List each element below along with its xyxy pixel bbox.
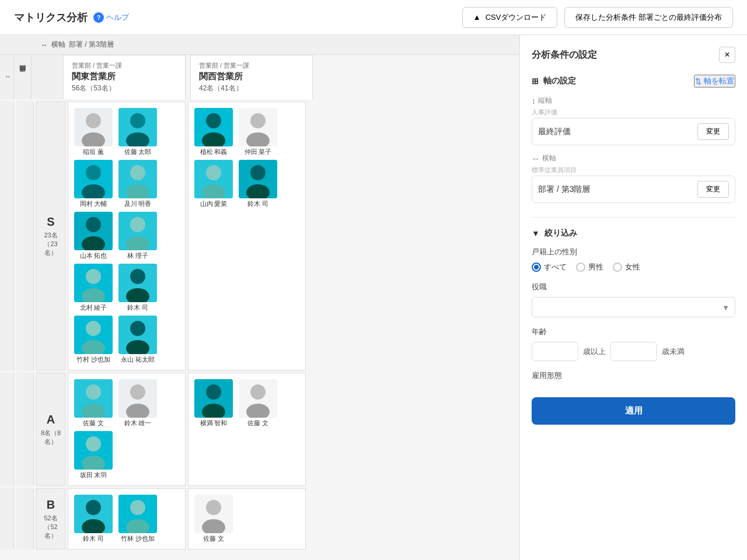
gender-filter-group: 戸籍上の性別 すべて 男性 女性 — [532, 247, 735, 272]
grid-row-b: B 52名（52名） 鈴木 司 竹林 沙也加 — [0, 488, 519, 550]
person-card[interactable]: 鈴木 雄一 — [117, 379, 158, 428]
position-label: 役職 — [532, 282, 735, 292]
svg-point-7 — [86, 165, 101, 180]
person-card[interactable]: 稲垣 薫 — [73, 108, 114, 156]
svg-point-58 — [86, 500, 101, 515]
right-panel: 分析条件の設定 × ⊞ 軸の設定 ⇅ 軸を転置 ↕ 縦軸 — [519, 35, 747, 560]
age-row: 歳以上 歳未満 — [532, 342, 735, 361]
y-axis-sub-label: 人事評価 — [532, 108, 735, 117]
age-min-unit: 歳以上 — [583, 346, 606, 357]
person-card[interactable]: 植松 和義 — [193, 108, 234, 156]
age-min-input[interactable] — [532, 342, 578, 361]
person-card[interactable]: 坂田 末羽 — [73, 431, 114, 480]
svg-point-25 — [86, 321, 101, 336]
svg-point-64 — [206, 500, 221, 515]
avatar — [74, 379, 113, 418]
radio-female[interactable]: 女性 — [613, 262, 640, 272]
svg-point-16 — [130, 217, 145, 232]
cell-a-0[interactable]: 佐藤 文 鈴木 雄一 坂田 末羽 — [68, 373, 186, 486]
person-card[interactable]: 横満 智和 — [193, 379, 234, 428]
y-axis-block: ↕ 縦軸 人事評価 最終評価 変更 — [532, 96, 735, 145]
svg-point-13 — [86, 217, 101, 232]
grid-row-s: S 23名（23名） 稲垣 薫 — [0, 102, 519, 370]
y-axis-change-button[interactable]: 変更 — [697, 123, 729, 140]
person-card[interactable]: 仲田 菜子 — [238, 108, 278, 156]
close-panel-button[interactable]: × — [719, 47, 735, 63]
axis-rotate-button[interactable]: ⇅ 軸を転置 — [694, 75, 735, 88]
person-card[interactable]: 佐藤 文 — [73, 379, 114, 428]
svg-point-10 — [130, 165, 145, 180]
matrix-area[interactable]: ↔ 横軸 部署 / 第3階層 ↕ 縦軸最終評価 営業部 / 営業一課 関東営業所… — [0, 35, 519, 560]
age-max-input[interactable] — [610, 342, 657, 361]
x-axis-label: 横軸 — [51, 40, 65, 50]
person-card[interactable]: 竹村 沙也加 — [73, 316, 114, 364]
person-card[interactable]: 山本 拓也 — [73, 212, 114, 260]
svg-point-4 — [130, 113, 145, 128]
person-card[interactable]: 北村 綾子 — [73, 264, 114, 312]
filter-icon: ▼ — [532, 229, 540, 238]
cell-s-0[interactable]: 稲垣 薫 佐藤 太郎 岡村 大輔 — [68, 102, 186, 370]
dept-count-0: 56名（53名） — [72, 83, 177, 93]
x-axis-value: 部署 / 第3階層 — [538, 184, 590, 195]
person-card[interactable]: 鈴木 司 — [117, 264, 158, 312]
avatar — [194, 379, 233, 418]
grid-body: S 23名（23名） 稲垣 薫 — [0, 99, 519, 552]
csv-download-button[interactable]: ▲ CSVダウンロード — [462, 7, 558, 28]
col-headers: 営業部 / 営業一課 関東営業所 56名（53名） 営業部 / 営業一課 関西営… — [63, 55, 315, 99]
col-header-0: 営業部 / 営業一課 関東営業所 56名（53名） — [63, 55, 186, 99]
employment-label: 雇用形態 — [532, 370, 735, 381]
dept-name-0: 関東営業所 — [72, 71, 177, 82]
x-axis-change-button[interactable]: 変更 — [697, 181, 729, 198]
cell-b-0[interactable]: 鈴木 司 竹林 沙也加 — [68, 488, 186, 550]
avatar — [74, 212, 113, 250]
cell-b-1[interactable]: 佐藤 文 — [188, 488, 306, 550]
radio-circle-male — [576, 262, 585, 272]
saved-conditions-button[interactable]: 保存した分析条件 部署ごとの最終評価分布 — [564, 7, 733, 28]
person-card[interactable]: 林 理子 — [117, 212, 158, 260]
x-axis-value-header: 部署 / 第3階層 — [69, 40, 114, 50]
person-card[interactable]: 佐藤 文 — [193, 495, 234, 543]
person-card[interactable]: 永山 祐太郎 — [117, 316, 158, 364]
avatar — [118, 316, 157, 354]
person-card[interactable]: 佐藤 文 — [238, 379, 278, 428]
cell-s-1[interactable]: 植松 和義 仲田 菜子 山内 愛菜 — [188, 102, 306, 370]
person-card[interactable]: 山内 愛菜 — [193, 160, 234, 208]
radio-circle-female — [613, 262, 622, 272]
person-card[interactable]: 鈴木 司 — [73, 495, 114, 543]
cloud-icon: ▲ — [473, 13, 481, 22]
avatar — [74, 108, 113, 146]
col-header-1: 営業部 / 営業一課 関西営業所 42名（41名） — [190, 55, 313, 99]
y-axis-label-cell: 縦軸最終評価 — [14, 55, 32, 99]
person-card[interactable]: 及川 明香 — [117, 160, 158, 208]
cell-a-1[interactable]: 横満 智和 佐藤 文 — [188, 373, 306, 486]
avatar — [74, 160, 113, 198]
main-layout: ↔ 横軸 部署 / 第3階層 ↕ 縦軸最終評価 営業部 / 営業一課 関東営業所… — [0, 35, 747, 560]
person-card[interactable]: 鈴木 司 — [238, 160, 278, 208]
rotate-icon: ⇅ — [695, 77, 701, 86]
row-label-s: S 23名（23名） — [36, 102, 65, 370]
person-card[interactable]: 岡村 大輔 — [73, 160, 114, 208]
axis-section: ⊞ 軸の設定 ⇅ 軸を転置 ↕ 縦軸 人事評価 最終評価 変更 — [532, 75, 735, 203]
avatar — [74, 316, 113, 354]
svg-point-19 — [86, 269, 101, 284]
position-select[interactable] — [532, 297, 735, 317]
position-select-wrapper: ▼ — [532, 297, 735, 317]
panel-title: 分析条件の設定 — [532, 49, 597, 61]
apply-button[interactable]: 適用 — [532, 397, 735, 425]
person-card[interactable]: 佐藤 太郎 — [117, 108, 158, 156]
axis-section-title-left: ⊞ 軸の設定 — [532, 76, 576, 86]
age-label: 年齢 — [532, 327, 735, 337]
svg-point-40 — [250, 165, 266, 180]
svg-point-1 — [86, 113, 101, 128]
radio-male[interactable]: 男性 — [576, 262, 603, 272]
avatar — [118, 160, 157, 198]
svg-point-34 — [250, 113, 266, 128]
person-card[interactable]: 竹林 沙也加 — [117, 495, 158, 543]
employment-filter-group: 雇用形態 — [532, 370, 735, 381]
filter-section: ▼ 絞り込み 戸籍上の性別 すべて 男性 女性 — [532, 228, 735, 381]
dept-path-1: 営業部 / 営業一課 — [199, 61, 304, 70]
avatar — [118, 379, 157, 418]
svg-point-55 — [250, 384, 266, 400]
radio-all[interactable]: すべて — [532, 262, 567, 272]
help-link[interactable]: ? ヘルプ — [93, 12, 129, 23]
